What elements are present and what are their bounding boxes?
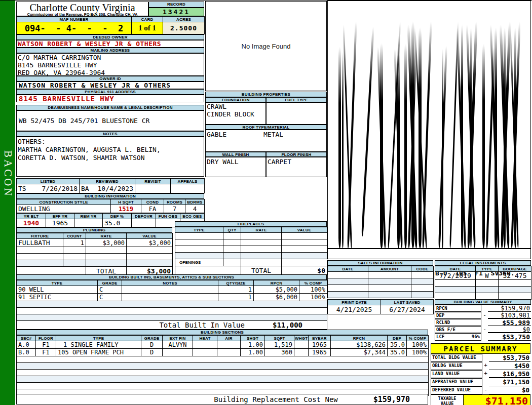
plumbing-total-value: $3,000 [127, 267, 173, 275]
sketch-stroke [482, 44, 485, 248]
effyr-label: EFF YR [46, 214, 74, 219]
whgt-label: WHGT [294, 336, 309, 341]
print-date-value: 4/21/2025 [328, 305, 381, 314]
rpcn-value: $138,626 [331, 341, 388, 349]
empty-row [17, 314, 327, 321]
notes: OTHERS: MARTHA CARRINGTON, AUGUSTA L. BE… [16, 137, 204, 177]
value-summary-block: BUILDING VALUE SUMMARY RPCN $159,970 DEP… [435, 299, 531, 341]
bi-comp: 100% [299, 294, 327, 301]
ps-label-text: OBLDG VALUE [432, 363, 463, 369]
sales-table: DATE AMOUNT CODE [327, 266, 434, 298]
comp-value: 100% [407, 341, 429, 349]
vs-label-text: LCF [436, 334, 444, 340]
plumbing-title: PLUMBING [16, 227, 172, 233]
floor-label: FLOOR [36, 336, 56, 341]
ps-label: APPRAISED VALUE [431, 378, 482, 386]
construction-style-value: DWELLING [17, 205, 111, 213]
fixture-label: FIXTURE [17, 233, 63, 239]
rpcn-value: $7,344 [331, 349, 388, 356]
building-properties-title: BUILDING PROPERTIES [205, 92, 327, 97]
owner-id-value: WATSON ROBERT & WESLEY JR & OTHERS [16, 82, 204, 89]
sketch-stroke [404, 44, 407, 248]
ps-label-text: APPRAISED VALUE [432, 379, 473, 385]
mailing-address: C/O MARTHA CARRINGTON 8145 BARNESVILLE H… [16, 53, 204, 76]
empty-row [17, 363, 429, 370]
foundation-line: CINDER BLOCK [207, 110, 265, 118]
vs-value: $53,750 [488, 333, 531, 341]
dba-label: DBA/BUISNESS NAME/HOUSE NAME & LEGAL DES… [16, 105, 204, 110]
li-book: 52 475 [499, 272, 531, 280]
sections-header-row: SEC# FLOOR TYPE GRADE EXT FIN HEAT AIR S… [17, 336, 429, 341]
sales-block: SALES INFORMATION DATE AMOUNT CODE [327, 260, 433, 298]
empty-row [17, 376, 429, 383]
replacement-cost-value: $159,970 [373, 395, 410, 404]
bi-header-row: CONSTRUCTION STYLE H SQFT COND ROOMS BDR… [17, 199, 205, 205]
vs-value: $159,970 [488, 305, 531, 312]
sales-header-row: DATE AMOUNT CODE [328, 266, 434, 272]
effyr-value: 1965 [46, 219, 74, 227]
parcel-summary-title: PARCEL SUMMARY [431, 343, 530, 354]
vs-value: $103,981 [488, 312, 531, 319]
vs-label-text: DEP [436, 313, 444, 318]
fireplaces-total-label: TOTAL [241, 266, 282, 275]
building-properties-block: BUILDING PROPERTIES FOUNDATION FUEL TYPE… [205, 92, 327, 177]
sqft-value: 360 [265, 349, 294, 356]
ps-row: OBLDG VALUE + $450 [431, 362, 530, 370]
vs-label: LCF96% [435, 333, 481, 341]
count-label: COUNT [63, 233, 86, 239]
reviewed-label: REVIEWED [80, 179, 135, 184]
floor-value: F1 [36, 349, 56, 356]
empty-row [17, 370, 429, 376]
empty-row [175, 246, 327, 253]
vs-op [481, 333, 488, 341]
built-ins-header-row: TYPE GRADE NOTES QTY/SIZE RPCN % COMP [17, 280, 327, 286]
sidebar-label: BACON [1, 150, 14, 198]
eyear-label: EYEAR [309, 336, 331, 341]
comp-value: 100% [407, 349, 429, 356]
bi2-header-row: YR BLT EFF YR REM YR DEP % DEPOVR FUN OB… [17, 214, 205, 219]
last-saved-label: LAST SAVED [381, 300, 434, 305]
sketch-area [327, 1, 531, 249]
bi-type: 90 WELL [17, 286, 98, 294]
title-strip: Charlotte County Virginia Commissioner o… [16, 2, 204, 16]
heat-value [193, 349, 217, 356]
fireplaces-total-row: TOTAL $0 [175, 266, 327, 275]
revisit-label: REVISIT [135, 179, 171, 184]
wall-finish-label: WALL FINISH [205, 152, 266, 157]
vs-row: RCLND $55,989 [435, 319, 531, 326]
no-image-text: No Image Found [242, 43, 291, 50]
fp-qty-label: QTY [223, 227, 241, 233]
openings-label: OPENINGS [175, 259, 223, 266]
hsqft-value: 1519 [111, 205, 141, 213]
roof-material-value: METAL [263, 131, 283, 138]
built-ins-total-label: Total Built In Value [159, 321, 245, 329]
plumbing-total-label: TOTAL [86, 267, 127, 275]
fireplaces-table: TYPE QTY RATE VALUE OPENINGS TOTAL $0 [175, 227, 327, 275]
empty-row [435, 280, 531, 287]
type-label: TYPE [56, 336, 141, 341]
sales-date-label: DATE [328, 266, 368, 272]
notes-line: CORETTA D. WATSON, SHAMIR WATSON [18, 154, 204, 162]
whgt-value [294, 341, 309, 349]
bp-head-1: FOUNDATION FUEL TYPE [205, 97, 327, 102]
building-sections-table: SEC# FLOOR TYPE GRADE EXT FIN HEAT AIR S… [16, 335, 429, 396]
eyear-value: 1965 [309, 349, 331, 356]
air-label: AIR [217, 336, 241, 341]
ps-label: OBLDG VALUE [431, 362, 482, 370]
extfin-label: EXT FIN [163, 336, 193, 341]
bi-qty: 1 [218, 294, 254, 301]
grade-value: D [141, 349, 163, 356]
li-type: W [476, 272, 499, 280]
vs-op: - [481, 312, 488, 319]
ps-value: $53,750 [489, 354, 530, 362]
bi-rpcn: $6,000 [254, 294, 299, 301]
fuel-type-value [266, 102, 327, 125]
vs-row: RPCN $159,970 [435, 305, 531, 312]
vs-row: LCF96% $53,750 [435, 333, 531, 341]
built-ins-block: BUILDING BUILT INS, BASEMENTS, ATTICS & … [16, 274, 327, 330]
sketch-stroke [338, 47, 341, 248]
vs-op: - [481, 326, 488, 333]
empty-row [175, 239, 327, 246]
fireplaces-total-value: $0 [282, 266, 327, 275]
ps-label: DEFERRED VALUE [431, 386, 482, 394]
